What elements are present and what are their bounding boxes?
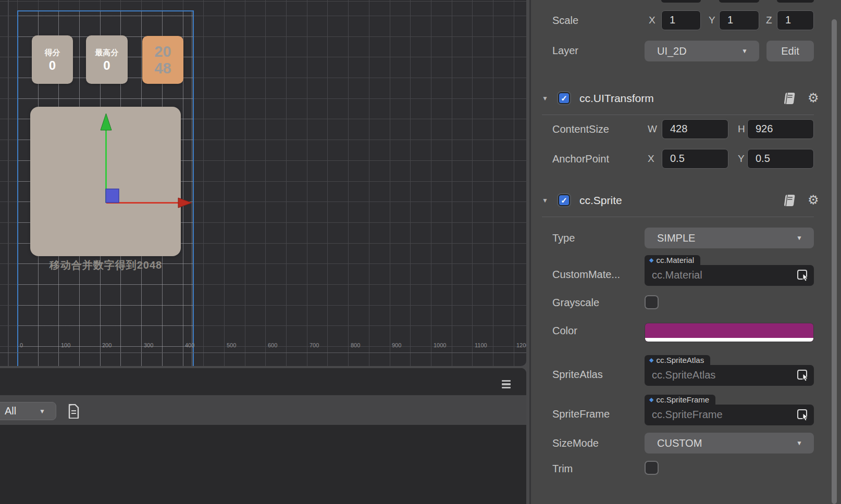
logo-2048-line2: 48 <box>154 60 171 77</box>
grayscale-checkbox[interactable] <box>645 295 659 309</box>
scale-label: Scale <box>552 15 578 27</box>
layer-dropdown[interactable]: UI_2D ▼ <box>645 41 759 61</box>
best-score-tile[interactable]: 最高分 0 <box>86 35 128 84</box>
ruler-tick-600: 600 <box>268 342 277 348</box>
contentsize-h-label: H <box>738 123 745 135</box>
sprite-type-dropdown[interactable]: SIMPLE ▼ <box>645 228 814 248</box>
contentsize-w-label: W <box>648 123 657 135</box>
chevron-down-icon: ▼ <box>796 228 802 248</box>
layer-edit-button[interactable]: Edit <box>766 41 814 61</box>
chevron-down-icon: ▼ <box>741 41 748 61</box>
asset-picker-icon[interactable] <box>797 269 810 284</box>
inspector-panel: Scale X 1 Y 1 Z 1 Layer UI_2D ▼ Edit ▼ ✓… <box>531 0 841 504</box>
anchorpoint-y-field[interactable]: 0.5 <box>747 149 814 169</box>
scale-x-field[interactable]: 1 <box>661 10 701 30</box>
best-score-tile-label: 最高分 <box>95 48 119 58</box>
sprite-docs-icon[interactable] <box>782 194 797 209</box>
score-tile[interactable]: 得分 0 <box>32 35 73 84</box>
uitransform-collapse-arrow[interactable]: ▼ <box>542 95 548 102</box>
sprite-frame-placeholder: cc.SpriteFrame <box>652 409 723 421</box>
ruler-tick-800: 800 <box>351 342 360 348</box>
anchorpoint-x-label: X <box>648 153 654 165</box>
ruler-tick-900: 900 <box>392 342 401 348</box>
contentsize-h-field[interactable]: 926 <box>747 119 814 139</box>
logo-2048-line1: 20 <box>154 43 171 60</box>
sprite-atlas-asset-field[interactable]: cc.SpriteAtlas <box>645 365 814 386</box>
sprite-settings-gear-icon[interactable]: ⚙ <box>808 193 819 207</box>
ruler-tick-400: 400 <box>185 342 194 348</box>
console-log-area[interactable] <box>0 425 526 504</box>
chevron-down-icon: ▼ <box>796 433 802 453</box>
ruler-baseline <box>0 352 526 353</box>
clipped-field <box>719 0 759 3</box>
score-tile-label: 得分 <box>45 48 60 58</box>
log-filter-dropdown[interactable]: All ▼ <box>0 402 56 420</box>
ruler-tick-200: 200 <box>102 342 112 348</box>
ruler-tick-1200: 1200 <box>516 342 526 348</box>
check-icon: ✓ <box>559 195 569 205</box>
board-caption: 移动合并数字得到2048 <box>25 258 187 272</box>
anchorpoint-label: AnchorPoint <box>552 153 609 165</box>
custom-material-placeholder: cc.Material <box>652 269 702 281</box>
sprite-type-label: Type <box>552 232 575 244</box>
color-alpha-strip <box>645 338 813 342</box>
size-mode-label: SizeMode <box>552 437 599 449</box>
sprite-frame-type-tab: ◆ cc.SpriteFrame <box>645 395 715 405</box>
scale-y-field[interactable]: 1 <box>719 10 759 30</box>
uitransform-settings-gear-icon[interactable]: ⚙ <box>808 91 819 105</box>
asset-picker-icon[interactable] <box>797 369 810 384</box>
ruler-tick-0: 0 <box>20 342 23 348</box>
section-divider <box>542 217 814 217</box>
scale-z-field[interactable]: 1 <box>777 10 814 30</box>
color-label: Color <box>552 325 577 337</box>
clear-log-document-icon[interactable] <box>68 404 80 421</box>
sprite-type-value: SIMPLE <box>657 232 695 244</box>
uitransform-enabled-checkbox[interactable]: ✓ <box>557 91 571 105</box>
scale-x-label: X <box>649 15 656 26</box>
anchorpoint-x-field[interactable]: 0.5 <box>662 149 728 169</box>
console-filterbar: All ▼ <box>0 395 526 425</box>
sprite-atlas-type-tab: ◆ cc.SpriteAtlas <box>645 355 710 365</box>
scale-y-label: Y <box>709 15 715 26</box>
clipped-field <box>661 0 701 3</box>
sprite-atlas-placeholder: cc.SpriteAtlas <box>652 369 715 381</box>
sprite-enabled-checkbox[interactable]: ✓ <box>557 193 571 207</box>
log-filter-value: All <box>5 405 16 417</box>
ruler-tick-100: 100 <box>61 342 70 348</box>
contentsize-label: ContentSize <box>552 123 609 135</box>
scale-z-label: Z <box>766 15 772 26</box>
sprite-atlas-label: SpriteAtlas <box>552 369 603 381</box>
inspector-scrollbar[interactable] <box>832 19 837 504</box>
trim-checkbox[interactable] <box>645 461 659 475</box>
ruler-tick-300: 300 <box>144 342 153 348</box>
asset-diamond-icon: ◆ <box>649 257 653 263</box>
score-tile-value: 0 <box>49 59 56 72</box>
uitransform-section-title: cc.UITransform <box>579 92 654 105</box>
uitransform-docs-icon[interactable] <box>782 92 797 107</box>
console-menu-icon[interactable] <box>502 380 511 388</box>
grayscale-label: Grayscale <box>552 297 599 309</box>
sprite-frame-asset-field[interactable]: cc.SpriteFrame <box>645 405 814 425</box>
ruler-tick-700: 700 <box>310 342 319 348</box>
contentsize-w-field[interactable]: 428 <box>662 119 728 139</box>
asset-picker-icon[interactable] <box>797 409 810 424</box>
size-mode-dropdown[interactable]: CUSTOM ▼ <box>645 433 814 453</box>
layer-label: Layer <box>552 45 578 57</box>
ruler-tick-1000: 1000 <box>434 342 446 348</box>
custom-material-asset-field[interactable]: cc.Material <box>645 265 814 286</box>
console-toolbar <box>0 368 526 395</box>
custom-material-label: CustomMate... <box>552 269 620 281</box>
sprite-collapse-arrow[interactable]: ▼ <box>542 197 548 204</box>
ruler-tick-1100: 1100 <box>475 342 487 348</box>
logo-2048-tile[interactable]: 20 48 <box>142 36 183 84</box>
game-board-sprite[interactable] <box>30 107 181 256</box>
trim-label: Trim <box>552 463 573 475</box>
best-score-tile-value: 0 <box>103 59 110 72</box>
scene-view[interactable]: 得分 0 最高分 0 20 48 移动合并数字得到2048 0 100 200 … <box>0 0 526 366</box>
anchorpoint-y-label: Y <box>738 153 745 165</box>
clipped-field <box>777 0 814 3</box>
section-divider <box>542 115 814 115</box>
custom-material-type-tab: ◆ cc.Material <box>645 255 700 265</box>
color-swatch[interactable] <box>645 323 814 342</box>
console-panel: All ▼ <box>0 368 526 504</box>
